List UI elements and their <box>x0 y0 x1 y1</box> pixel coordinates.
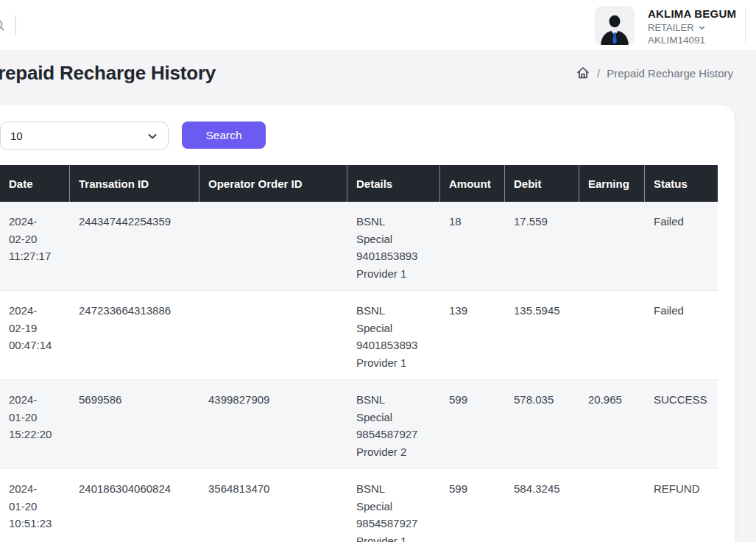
cell-operator-order-id: 3564813470 <box>199 469 347 542</box>
table-controls: 10 Search <box>0 122 717 150</box>
search-button[interactable]: Search <box>182 122 266 149</box>
cell-date: 2024- 02-19 00:47:14 <box>0 291 70 380</box>
cell-earning <box>579 291 645 380</box>
cell-status: REFUND <box>645 469 718 542</box>
divider <box>15 15 16 35</box>
divider <box>745 7 746 43</box>
cell-transaction-id: 247233664313886 <box>70 291 199 380</box>
cell-details: BSNL Special 9401853893 Provider 1 <box>347 202 440 291</box>
cell-debit: 17.559 <box>505 202 579 291</box>
chevron-down-icon <box>146 130 158 142</box>
table-header: Date Transation ID Operator Order ID Det… <box>0 165 718 202</box>
cell-transaction-id: 244347442254359 <box>70 202 199 291</box>
user-name: AKLIMA BEGUM <box>648 7 736 20</box>
user-role[interactable]: RETAILER <box>648 22 736 33</box>
cell-transaction-id: 5699586 <box>70 380 199 469</box>
column-header-amount: Amount <box>440 165 505 202</box>
cell-amount: 18 <box>440 202 505 291</box>
cell-amount: 139 <box>440 291 505 380</box>
cell-details: BSNL Special 9854587927 Provider 1 <box>347 469 440 542</box>
cell-amount: 599 <box>440 380 505 469</box>
top-navbar: AKLIMA BEGUM RETAILER AKLIM14091 <box>0 0 756 51</box>
column-header-date: Date <box>0 165 70 202</box>
table-row: 2024- 01-20 15:22:20 5699586 4399827909 … <box>0 380 718 469</box>
user-menu[interactable]: AKLIMA BEGUM RETAILER AKLIM14091 <box>595 6 736 46</box>
chevron-down-icon <box>698 24 706 32</box>
cell-amount: 599 <box>440 469 505 542</box>
column-header-earning: Earning <box>579 165 645 202</box>
home-icon[interactable] <box>576 66 590 80</box>
table-row: 2024- 01-20 10:51:23 240186304060824 356… <box>0 469 718 542</box>
search-icon[interactable] <box>0 18 5 32</box>
cell-details: BSNL Special 9854587927 Provider 2 <box>347 380 440 469</box>
cell-debit: 584.3245 <box>505 469 579 542</box>
avatar <box>595 6 635 45</box>
column-header-details: Details <box>347 165 440 202</box>
content-card: 10 Search Date Transation ID Operator Or… <box>0 105 735 542</box>
breadcrumb: / Prepaid Recharge History <box>576 66 733 80</box>
cell-status: Failed <box>645 291 718 380</box>
user-id: AKLIM14091 <box>648 35 736 46</box>
cell-earning: 20.965 <box>579 380 645 469</box>
page-size-value: 10 <box>10 130 23 142</box>
column-header-debit: Debit <box>505 165 579 202</box>
table-row: 2024- 02-19 00:47:14 247233664313886 BSN… <box>0 291 718 380</box>
breadcrumb-separator: / <box>597 67 600 80</box>
cell-debit: 578.035 <box>505 380 579 469</box>
user-info: AKLIMA BEGUM RETAILER AKLIM14091 <box>648 6 736 46</box>
recharge-history-table: Date Transation ID Operator Order ID Det… <box>0 165 718 542</box>
cell-date: 2024- 01-20 15:22:20 <box>0 380 70 469</box>
page-head: Prepaid Recharge History / Prepaid Recha… <box>0 51 756 105</box>
cell-operator-order-id: 4399827909 <box>199 380 347 469</box>
column-header-transaction-id: Transation ID <box>70 165 199 202</box>
cell-operator-order-id <box>199 202 347 291</box>
cell-status: SUCCESS <box>645 380 718 469</box>
breadcrumb-current: Prepaid Recharge History <box>607 67 733 80</box>
table-row: 2024- 02-20 11:27:17 244347442254359 BSN… <box>0 202 718 291</box>
cell-status: Failed <box>645 202 718 291</box>
cell-earning <box>579 469 645 542</box>
page-size-select[interactable]: 10 <box>0 122 169 150</box>
user-role-label: RETAILER <box>648 22 694 33</box>
column-header-operator-order-id: Operator Order ID <box>199 165 347 202</box>
cell-debit: 135.5945 <box>505 291 579 380</box>
cell-date: 2024- 01-20 10:51:23 <box>0 469 70 542</box>
column-header-status: Status <box>645 165 718 202</box>
cell-earning <box>579 202 645 291</box>
cell-operator-order-id <box>199 291 347 380</box>
page-title: Prepaid Recharge History <box>0 62 216 85</box>
cell-details: BSNL Special 9401853893 Provider 1 <box>347 291 440 380</box>
cell-date: 2024- 02-20 11:27:17 <box>0 202 70 291</box>
cell-transaction-id: 240186304060824 <box>70 469 199 542</box>
